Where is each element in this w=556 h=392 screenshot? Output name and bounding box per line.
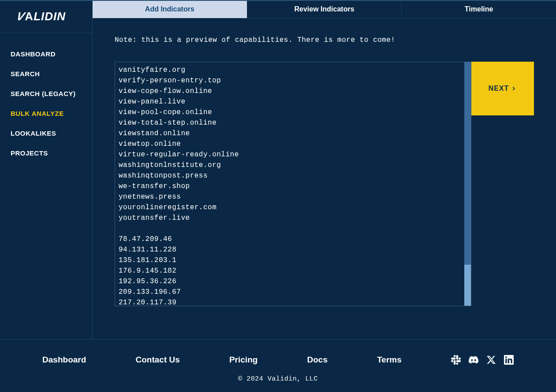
next-button-label: NEXT: [489, 85, 509, 92]
discord-icon[interactable]: [469, 355, 478, 365]
chevron-right-icon: [511, 85, 517, 92]
tab-review-indicators[interactable]: Review Indicators: [247, 0, 402, 18]
footer-link-terms[interactable]: Terms: [377, 355, 402, 365]
social-icons: [451, 355, 514, 365]
sidebar-item-search[interactable]: SEARCH: [0, 64, 92, 84]
copyright-text: © 2024 Validin, LLC: [0, 375, 556, 387]
tab-bar: Add Indicators Review Indicators Timelin…: [93, 0, 556, 18]
window-topbar: [0, 0, 556, 1]
indicators-textarea-wrap: [115, 62, 471, 306]
sidebar-item-lookalikes[interactable]: LOOKALIKES: [0, 123, 92, 143]
input-row: NEXT: [115, 62, 534, 306]
main-panel: Add Indicators Review Indicators Timelin…: [93, 0, 556, 339]
footer-link-pricing[interactable]: Pricing: [229, 355, 257, 365]
footer-link-contact[interactable]: Contact Us: [135, 355, 179, 365]
sidebar: VALIDIN DASHBOARD SEARCH SEARCH (LEGACY)…: [0, 0, 93, 339]
tab-add-indicators[interactable]: Add Indicators: [93, 0, 247, 18]
next-column: NEXT: [471, 62, 534, 306]
footer-links: Dashboard Contact Us Pricing Docs Terms: [0, 344, 556, 375]
tab-timeline[interactable]: Timeline: [402, 0, 556, 18]
slack-icon[interactable]: [451, 355, 461, 365]
next-button[interactable]: NEXT: [471, 62, 534, 115]
main-layout: VALIDIN DASHBOARD SEARCH SEARCH (LEGACY)…: [0, 0, 556, 339]
content-area: Note: this is a preview of capabilities.…: [93, 18, 556, 339]
brand-logo[interactable]: VALIDIN: [17, 10, 66, 23]
sidebar-nav: DASHBOARD SEARCH SEARCH (LEGACY) BULK AN…: [0, 33, 92, 163]
footer: Dashboard Contact Us Pricing Docs Terms …: [0, 339, 556, 392]
footer-link-docs[interactable]: Docs: [307, 355, 328, 365]
footer-link-dashboard[interactable]: Dashboard: [42, 355, 86, 365]
x-twitter-icon[interactable]: [486, 355, 496, 365]
sidebar-item-search-legacy[interactable]: SEARCH (LEGACY): [0, 84, 92, 104]
linkedin-icon[interactable]: [504, 355, 514, 365]
preview-note: Note: this is a preview of capabilities.…: [115, 36, 534, 44]
sidebar-item-dashboard[interactable]: DASHBOARD: [0, 44, 92, 64]
indicators-textarea[interactable]: [115, 62, 471, 306]
logo-area: VALIDIN: [0, 0, 92, 33]
sidebar-item-bulk-analyze[interactable]: BULK ANALYZE: [0, 104, 92, 123]
sidebar-item-projects[interactable]: PROJECTS: [0, 143, 92, 163]
